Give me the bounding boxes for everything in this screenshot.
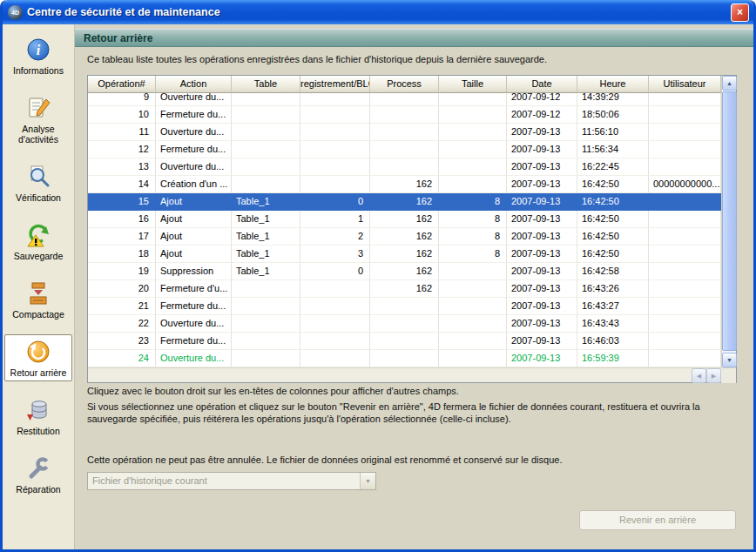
- table-row[interactable]: 24Ouverture du...2007-09-1316:59:39: [88, 350, 721, 367]
- table-cell: [370, 124, 439, 141]
- revert-button[interactable]: Revenir en arrière: [579, 510, 736, 530]
- table-cell: 162: [370, 211, 439, 228]
- table-cell: 162: [370, 280, 439, 298]
- maintenance-window: 4D Centre de sécurité et de maintenance …: [0, 0, 756, 552]
- table-row[interactable]: 16AjoutTable_1116282007-09-1316:42:50: [88, 211, 721, 228]
- column-header-6[interactable]: Taille: [439, 76, 507, 93]
- table-cell: [649, 280, 721, 298]
- scroll-left-button[interactable]: ◀: [692, 368, 706, 383]
- sidebar-item-verification[interactable]: Vérification: [4, 159, 72, 206]
- table-cell: [232, 141, 300, 158]
- table-cell: 9: [88, 93, 156, 106]
- table-cell: 13: [88, 158, 156, 176]
- sidebar-item-label: Analyse d'activités: [18, 124, 58, 145]
- table-cell: 16:43:43: [577, 315, 649, 333]
- table-row[interactable]: 9Ouverture du...2007-09-1214:39:29: [88, 93, 721, 106]
- table-cell: [300, 315, 370, 333]
- vertical-scrollbar[interactable]: ▲ ▼: [721, 76, 736, 367]
- close-button[interactable]: ×: [731, 3, 749, 22]
- sidebar-item-label: Informations: [13, 65, 64, 76]
- scroll-down-button[interactable]: ▼: [722, 353, 737, 367]
- sidebar-item-sauvegarde[interactable]: Sauvegarde: [4, 218, 72, 265]
- table-row[interactable]: 12Fermeture du...2007-09-1311:56:34: [88, 141, 721, 158]
- sidebar-item-retour-arriere[interactable]: Retour arrière: [4, 334, 72, 381]
- table-cell: Suppression: [156, 263, 232, 280]
- table-cell: [300, 350, 370, 367]
- table-row[interactable]: 19SuppressionTable_101622007-09-1316:42:…: [88, 263, 721, 280]
- table-cell: 162: [370, 176, 439, 193]
- repair-icon: [6, 455, 71, 482]
- table-cell: 0: [300, 263, 370, 280]
- column-header-8[interactable]: Heure: [577, 76, 649, 93]
- table-cell: [232, 124, 300, 141]
- sidebar-item-label: Réparation: [16, 484, 60, 495]
- table-cell: 24: [88, 350, 156, 367]
- table-row[interactable]: 14Création d'un ...1622007-09-1316:42:50…: [88, 176, 721, 193]
- svg-text:i: i: [37, 43, 41, 57]
- sidebar-item-informations[interactable]: i Informations: [4, 32, 72, 79]
- table-cell: Fermeture du...: [156, 333, 232, 350]
- column-header-1[interactable]: Opération#: [88, 76, 156, 93]
- column-header-2[interactable]: Action: [156, 76, 232, 93]
- warning-text: Cette opération ne peut pas être annulée…: [87, 454, 739, 465]
- vertical-scroll-thumb[interactable]: [722, 91, 737, 351]
- sidebar-item-label: Retour arrière: [10, 367, 67, 378]
- app-logo-icon: 4D: [8, 5, 23, 20]
- table-cell: 162: [370, 246, 439, 263]
- table-row[interactable]: 17AjoutTable_1216282007-09-1316:42:50: [88, 228, 721, 246]
- column-header-5[interactable]: Process: [370, 76, 439, 93]
- table-cell: 11:56:34: [577, 141, 649, 158]
- table-cell: 2007-09-13: [507, 124, 577, 141]
- table-row[interactable]: 20Fermeture d'u...1622007-09-1316:43:26: [88, 280, 721, 298]
- table-row[interactable]: 13Ouverture du...2007-09-1316:22:45: [88, 158, 721, 176]
- table-cell: 2007-09-13: [507, 333, 577, 350]
- chevron-down-icon: ▼: [360, 473, 375, 489]
- table-cell: 17: [88, 228, 156, 246]
- table-cell: 16:42:50: [577, 246, 649, 263]
- table-cell: [300, 124, 370, 141]
- table-row[interactable]: 21Fermeture du...2007-09-1316:43:27: [88, 298, 721, 315]
- table-cell: [300, 280, 370, 298]
- column-header-4[interactable]: registrement/BLO: [300, 76, 370, 93]
- table-cell: 2007-09-13: [507, 350, 577, 367]
- sidebar-item-compactage[interactable]: Compactage: [4, 276, 72, 323]
- table-cell: [649, 211, 721, 228]
- table-cell: 2: [300, 228, 370, 246]
- table-cell: [649, 263, 721, 280]
- sidebar-item-label: Restitution: [17, 426, 60, 436]
- sidebar-item-reparation[interactable]: Réparation: [4, 451, 72, 498]
- column-header-3[interactable]: Table: [232, 76, 300, 93]
- panel-header: Retour arrière: [75, 29, 753, 47]
- table-row[interactable]: 23Fermeture du...2007-09-1316:46:03: [88, 333, 721, 350]
- table-cell: 11: [88, 124, 156, 141]
- sidebar-item-analyse-activites[interactable]: Analyse d'activités: [4, 91, 72, 148]
- table-cell: 2007-09-12: [507, 93, 577, 106]
- history-file-dropdown[interactable]: Fichier d'historique courant ▼: [87, 472, 376, 490]
- table-row[interactable]: 15AjoutTable_1016282007-09-1316:42:50: [88, 193, 721, 211]
- info-icon: i: [6, 37, 71, 64]
- table-cell: 23: [88, 333, 156, 350]
- table-cell: Table_1: [232, 246, 300, 263]
- column-header-9[interactable]: Utilisateur: [649, 76, 721, 93]
- horizontal-scrollbar[interactable]: ◀ ▶: [88, 367, 736, 382]
- table-cell: [439, 350, 507, 367]
- scroll-right-button[interactable]: ▶: [706, 368, 721, 383]
- table-cell: 18: [88, 246, 156, 263]
- dropdown-selected-value: Fichier d'historique courant: [88, 473, 360, 489]
- table-cell: 162: [370, 228, 439, 246]
- column-header-7[interactable]: Date: [507, 76, 577, 93]
- close-icon: ×: [737, 6, 743, 18]
- table-cell: 16:42:50: [577, 176, 649, 193]
- panel-title: Retour arrière: [84, 32, 152, 44]
- explanation-text: Si vous sélectionnez une opération et cl…: [87, 401, 739, 425]
- table-cell: 15: [88, 193, 156, 211]
- sidebar-item-restitution[interactable]: Restitution: [4, 393, 72, 440]
- table-cell: 2007-09-13: [507, 315, 577, 333]
- table-row[interactable]: 22Ouverture du...2007-09-1316:43:43: [88, 315, 721, 333]
- table-cell: 2007-09-13: [507, 263, 577, 280]
- scroll-up-button[interactable]: ▲: [722, 76, 737, 91]
- table-row[interactable]: 11Ouverture du...2007-09-1311:56:10: [88, 124, 721, 141]
- table-row[interactable]: 10Fermeture du...2007-09-1218:50:06: [88, 106, 721, 124]
- table-row[interactable]: 18AjoutTable_1316282007-09-1316:42:50: [88, 246, 721, 263]
- table-cell: [649, 106, 721, 124]
